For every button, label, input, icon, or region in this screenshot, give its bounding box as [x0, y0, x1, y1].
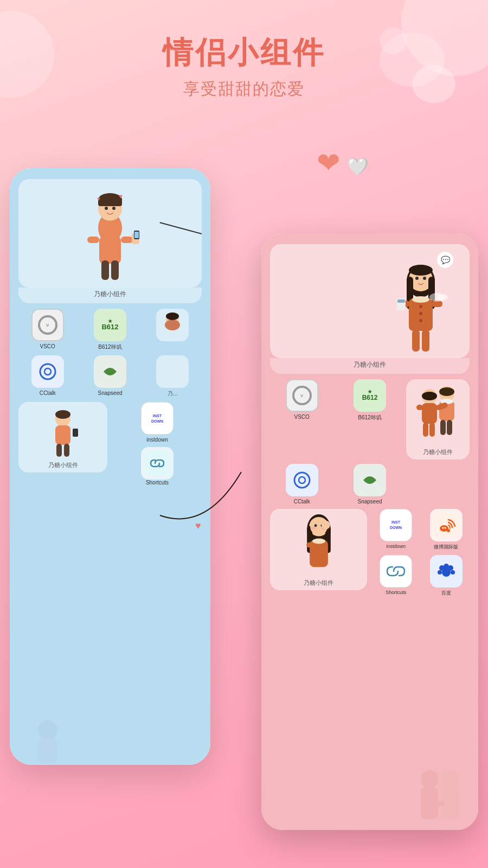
svg-rect-71	[447, 420, 452, 435]
partial-figure-svg	[156, 309, 189, 341]
app-vsco-right[interactable]: V VSCO	[270, 379, 333, 420]
widget-partial-left	[144, 309, 202, 351]
svg-rect-64	[423, 423, 428, 437]
svg-rect-65	[429, 423, 435, 437]
svg-point-85	[311, 527, 316, 530]
app-instdown-right[interactable]: INST DOWN instdown	[373, 509, 420, 551]
app-baidu-right[interactable]: 百度	[423, 555, 470, 597]
app-instdown-left[interactable]: INST DOWN instdown	[113, 402, 202, 443]
svg-text:B612: B612	[362, 394, 378, 401]
baidu-icon-svg	[434, 559, 458, 583]
app-b612-label-left: B612咔叽	[98, 343, 121, 351]
svg-point-49	[412, 296, 429, 303]
girl-figure-svg	[377, 255, 464, 358]
svg-point-109	[441, 770, 459, 788]
app-cctalk-left[interactable]: CCtalk	[18, 355, 76, 398]
app-vsco-left[interactable]: V VSCO	[18, 309, 76, 351]
svg-point-40	[409, 265, 433, 276]
b612-icon-svg: ★ B612	[98, 313, 122, 337]
svg-rect-55	[422, 330, 429, 352]
svg-point-47	[419, 312, 422, 315]
svg-rect-29	[56, 444, 62, 457]
svg-point-5	[112, 207, 115, 210]
hearts-decoration: ❤ 🤍	[317, 146, 369, 179]
app-cctalk-right[interactable]: CCtalk	[270, 464, 333, 505]
app-cctalk-label-right: CCtalk	[294, 499, 310, 505]
girl-calling-svg	[294, 509, 343, 579]
svg-point-21	[166, 312, 179, 320]
app-vsco-label-left: VSCO	[40, 343, 55, 349]
title-area: 情侣小组件 享受甜甜的恋爱	[0, 33, 488, 100]
bottom-row-left: 乃糖小组件 INST DOWN instdown	[18, 402, 202, 486]
shortcuts-label-left: Shortcuts	[146, 480, 169, 486]
app-weibo-right[interactable]: 微博国际版	[423, 509, 470, 551]
widget-hero-right: 💬	[270, 244, 470, 358]
svg-rect-111	[437, 801, 445, 806]
svg-text:♥: ♥	[119, 193, 123, 200]
svg-point-46	[419, 305, 422, 308]
svg-point-68	[439, 387, 454, 396]
shortcuts-item-left[interactable]: Shortcuts	[113, 447, 202, 486]
svg-point-83	[314, 524, 317, 527]
icons-row-shortcuts-baidu: Shortcuts	[373, 555, 470, 597]
svg-point-20	[165, 320, 180, 330]
app-snapseed-right[interactable]: Snapseed	[338, 464, 401, 505]
widget-nutang-left: 乃...	[144, 355, 202, 398]
svg-point-97	[442, 527, 444, 529]
svg-point-96	[440, 525, 448, 532]
widget-boy-bottom-left: 乃糖小组件	[18, 402, 107, 473]
svg-rect-32	[145, 406, 169, 430]
svg-text:♥: ♥	[97, 196, 100, 202]
svg-rect-37	[38, 739, 57, 763]
app-row1-right: V VSCO ★ B612 B612咔叽	[270, 379, 470, 459]
app-baidu-label-right: 百度	[441, 590, 451, 597]
widget-boy-bottom-label: 乃糖小组件	[48, 461, 78, 473]
svg-point-44	[423, 277, 426, 280]
instdown-icon-svg: INST DOWN	[145, 406, 169, 430]
svg-point-57	[437, 294, 448, 301]
widget-hero-left: ♥ ♥	[18, 179, 202, 288]
couple-svg	[413, 383, 462, 448]
svg-rect-53	[397, 299, 405, 303]
svg-point-48	[419, 319, 422, 322]
app-b612-left[interactable]: ★ B612 B612咔叽	[81, 309, 139, 351]
title-sub: 享受甜甜的恋爱	[0, 78, 488, 100]
app-b612-label-right: B612咔叽	[358, 414, 381, 422]
boy-bottom-svg	[41, 407, 85, 461]
svg-rect-91	[384, 513, 408, 537]
widget-couple-right: 乃糖小组件	[406, 379, 470, 459]
snapseed-icon-svg-right	[358, 468, 382, 492]
svg-rect-13	[111, 260, 119, 280]
svg-rect-89	[306, 542, 315, 548]
app-shortcuts-right[interactable]: Shortcuts	[373, 555, 420, 597]
svg-rect-108	[421, 787, 438, 819]
svg-rect-66	[416, 405, 423, 410]
b612-icon-svg-right: ★ B612	[358, 384, 382, 407]
svg-rect-8	[121, 237, 133, 243]
couple-deco-svg	[408, 768, 473, 822]
widget-girl-label: 乃糖小组件	[304, 579, 333, 590]
svg-point-106	[438, 570, 442, 575]
boy-bottom-decoration	[21, 719, 75, 765]
svg-rect-54	[412, 330, 420, 352]
svg-rect-11	[134, 232, 139, 238]
right-icons-bottom-left: INST DOWN instdown	[113, 402, 202, 486]
app-shortcuts-label-right: Shortcuts	[386, 590, 406, 595]
app-snapseed-label-left: Snapseed	[98, 390, 122, 396]
icons-row-instdown-weibo: INST DOWN instdown	[373, 509, 470, 551]
boy-deco-svg	[21, 719, 75, 763]
svg-point-4	[105, 207, 108, 210]
phone-left: ♥ ♥ 乃糖小组件 V VSCO	[10, 168, 210, 765]
weibo-icon-svg	[434, 513, 458, 537]
app-cctalk-label-left: CCtalk	[40, 390, 56, 396]
app-snapseed-left[interactable]: Snapseed	[81, 355, 139, 398]
instdown-icon-svg-right: INST DOWN	[384, 513, 408, 537]
app-b612-right[interactable]: ★ B612 B612咔叽	[338, 379, 401, 422]
svg-text:INST: INST	[153, 414, 162, 418]
svg-point-87	[321, 521, 330, 529]
app-weibo-label-right: 微博国际版	[434, 544, 458, 551]
svg-point-43	[415, 277, 419, 280]
couple-bottom-decoration	[408, 768, 473, 825]
svg-point-98	[444, 527, 446, 529]
app-instdown-label-left: instdown	[146, 437, 168, 443]
